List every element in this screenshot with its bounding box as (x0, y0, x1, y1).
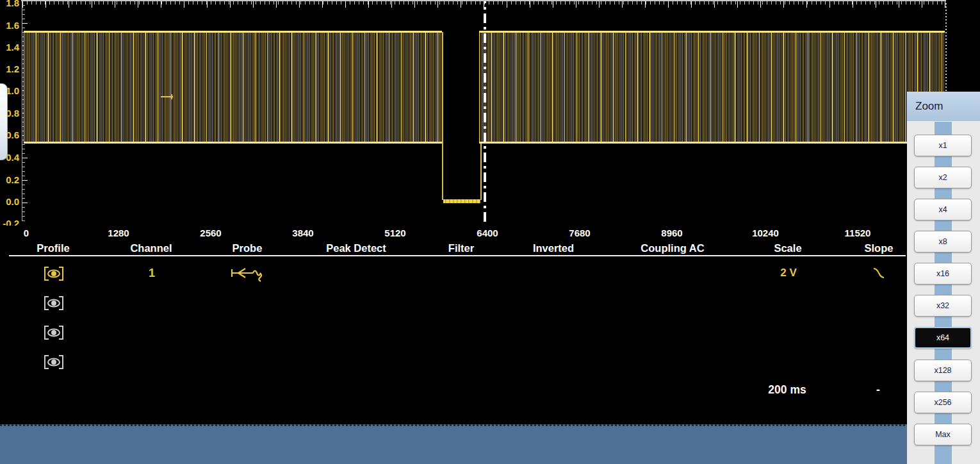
zoom-x64-button[interactable]: x64 (914, 327, 972, 349)
eye-icon[interactable] (44, 266, 64, 281)
zoom-x128-button[interactable]: x128 (914, 360, 972, 381)
waveform-segment-left (24, 31, 442, 144)
zoom-panel: Zoom x1 x2 x4 x8 x16 x32 x64 x128 x256 M… (907, 92, 980, 464)
timebase-slope-value[interactable]: - (876, 383, 880, 397)
zoom-x4-button[interactable]: x4 (914, 199, 972, 220)
channel-scale-value[interactable]: 2 V (780, 267, 797, 279)
x-axis-label: 10240 (752, 228, 779, 238)
col-header-peak-detect: Peak Detect (326, 242, 386, 254)
y-axis-label: 0.2 (0, 174, 19, 186)
measurement-marker (161, 96, 173, 97)
x-axis-label: 3840 (292, 228, 313, 238)
col-header-channel: Channel (130, 242, 172, 254)
zoom-x2-button[interactable]: x2 (914, 167, 972, 188)
waveform-dropout (442, 32, 482, 200)
y-axis-label: 1.4 (0, 42, 19, 53)
zoom-x1-button[interactable]: x1 (914, 135, 972, 156)
y-axis-label: -0.2 (0, 218, 19, 226)
channel-number[interactable]: 1 (149, 267, 155, 280)
x-axis-label: 2560 (200, 228, 221, 238)
col-header-coupling: Coupling AC (641, 242, 704, 254)
playback-toolbar: 00:21:408 x64 (0, 424, 907, 464)
waveform-segment-right (479, 31, 945, 144)
falling-slope-icon[interactable] (871, 265, 886, 283)
time-cursor-line[interactable] (484, 1, 486, 222)
x-axis-label: 7680 (569, 228, 590, 238)
col-header-profile: Profile (37, 242, 69, 254)
timebase-scale-value[interactable]: 200 ms (768, 383, 806, 397)
zoom-x16-button[interactable]: x16 (914, 263, 972, 285)
col-header-probe: Probe (233, 242, 263, 254)
oscilloscope-app: 1.8 1.6 1.4 1.2 1.0 0.8 0.6 0.4 0.2 0.0 … (0, 0, 980, 464)
eye-icon[interactable] (44, 354, 64, 370)
col-header-filter: Filter (448, 242, 474, 254)
y-axis-label: 1.6 (0, 20, 19, 31)
probe-icon[interactable] (230, 264, 265, 285)
col-header-scale: Scale (774, 242, 801, 254)
x-axis-label: 8960 (661, 228, 682, 238)
x-axis-label: 5120 (384, 228, 405, 238)
zoom-x8-button[interactable]: x8 (914, 231, 972, 253)
y-axis-label: 1.8 (0, 0, 19, 9)
x-axis-label: 0 (24, 228, 29, 238)
zoom-x256-button[interactable]: x256 (914, 392, 972, 413)
dropout-noise-baseline (443, 199, 480, 203)
x-axis-label: 1280 (108, 228, 129, 238)
zoom-x32-button[interactable]: x32 (914, 295, 972, 317)
zoom-panel-title: Zoom (907, 92, 980, 121)
header-divider (9, 255, 906, 256)
col-header-inverted: Inverted (533, 242, 574, 254)
x-axis-label: 11520 (845, 228, 871, 238)
y-axis-label: 1.2 (0, 63, 19, 75)
eye-icon[interactable] (44, 325, 64, 340)
zoom-max-button[interactable]: Max (914, 424, 972, 445)
y-axis-label: 0.0 (0, 196, 19, 208)
eye-icon[interactable] (44, 295, 64, 311)
col-header-slope: Slope (865, 242, 894, 254)
axis-offset-handle[interactable] (0, 83, 8, 160)
x-axis-label: 6400 (477, 228, 498, 238)
